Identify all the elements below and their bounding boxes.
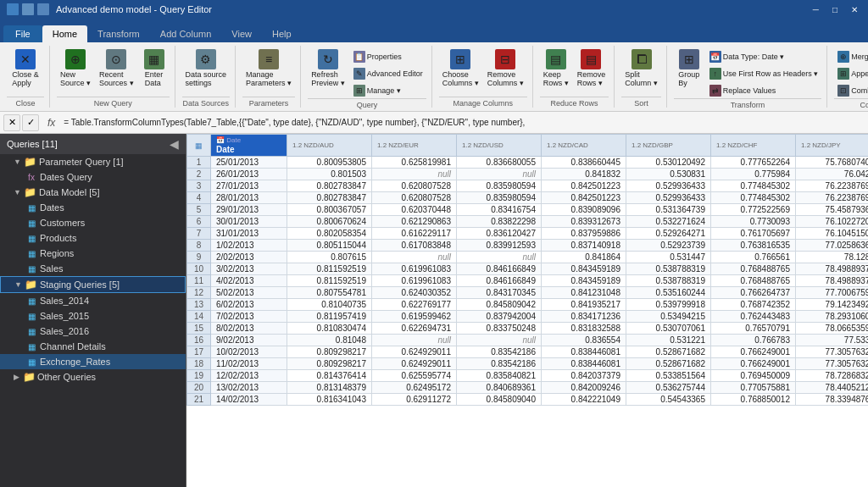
remove-columns-button[interactable]: ⊟ RemoveColumns ▾ xyxy=(484,47,527,89)
tab-transform[interactable]: Transform xyxy=(87,25,150,42)
tree-item-data-model[interactable]: ▼ 📁 Data Model [5] xyxy=(0,185,186,200)
other-queries-label: Other Queries xyxy=(37,372,96,382)
use-first-row-button[interactable]: ↑ Use First Row as Headers ▾ xyxy=(706,66,822,81)
keep-rows-button[interactable]: ▤ KeepRows ▾ xyxy=(540,47,572,89)
tree-item-regions[interactable]: ▦ Regions xyxy=(0,246,186,261)
manage-parameters-button[interactable]: ≡ ManageParameters ▾ xyxy=(242,47,295,89)
tree-item-parameter-query[interactable]: ▼ 📁 Parameter Query [1] xyxy=(0,154,186,169)
table-row[interactable]: 630/01/20130.8006706240.6212908630.83822… xyxy=(187,216,869,228)
tab-add-column[interactable]: Add Column xyxy=(150,25,222,42)
remove-rows-button[interactable]: ▤ RemoveRows ▾ xyxy=(574,47,609,89)
col-header-nzdjpy[interactable]: 1.2 NZD/JPY xyxy=(796,135,869,157)
table-row[interactable]: 731/01/20130.8020583540.6162291170.83612… xyxy=(187,228,869,240)
value-cell: 0.837942004 xyxy=(457,311,542,323)
collapse-panel-button[interactable]: ◀ xyxy=(170,137,179,151)
table-row[interactable]: 1811/02/20130.8092982170.6249290110.8354… xyxy=(187,358,869,370)
value-cell: 0.81048 xyxy=(287,335,372,346)
new-source-icon: ⊕ xyxy=(65,49,86,69)
split-column-button[interactable]: ⧠ SplitColumn ▾ xyxy=(621,47,661,89)
col-header-nzdchf[interactable]: 1.2 NZD/CHF xyxy=(711,135,796,157)
tab-help[interactable]: Help xyxy=(262,25,302,42)
tree-item-channel-details[interactable]: ▦ Channel Details xyxy=(0,339,186,354)
table-row[interactable]: 2013/02/20130.8131483790.624951720.84068… xyxy=(187,382,869,394)
tree-item-sales-2014[interactable]: ▦ Sales_2014 xyxy=(0,293,186,308)
tree-item-customers[interactable]: ▦ Customers xyxy=(0,215,186,230)
value-cell: 78.06653595 xyxy=(796,323,869,335)
minimize-button[interactable]: ─ xyxy=(810,5,822,14)
merge-queries-button[interactable]: ⊕ Merge Queries ▾ xyxy=(834,49,868,64)
formula-confirm-button[interactable]: ✓ xyxy=(22,114,39,131)
value-cell: 0.845809042 xyxy=(457,299,542,311)
close-apply-button[interactable]: ✕ Close &Apply xyxy=(7,47,44,89)
maximize-button[interactable]: □ xyxy=(829,5,841,14)
table-row[interactable]: 114/02/20130.8115925190.6199610830.84616… xyxy=(187,275,869,287)
enter-data-button[interactable]: ▦ EnterData xyxy=(139,47,170,89)
col-header-nzdcad[interactable]: 1.2 NZD/CAD xyxy=(542,135,626,157)
table-row[interactable]: 529/01/20130.8003670570.6203704480.83416… xyxy=(187,204,869,216)
table-row[interactable]: 1912/02/20130.8143764140.6255957740.8358… xyxy=(187,370,869,382)
replace-values-button[interactable]: ⇄ Replace Values xyxy=(706,83,822,98)
tree-item-dates[interactable]: ▦ Dates xyxy=(0,200,186,215)
advanced-editor-button[interactable]: ✎ Advanced Editor xyxy=(350,66,426,81)
use-first-row-label: Use First Row as Headers ▾ xyxy=(723,69,819,78)
manage-button[interactable]: ⊞ Manage ▾ xyxy=(350,83,426,98)
data-type-button[interactable]: 📅 Data Type: Date ▾ xyxy=(706,49,822,64)
group-by-button[interactable]: ⊞ GroupBy xyxy=(674,47,704,89)
tree-item-products[interactable]: ▦ Products xyxy=(0,230,186,246)
reduce-rows-buttons: ▤ KeepRows ▾ ▤ RemoveRows ▾ xyxy=(540,46,609,97)
col-header-nzdaud[interactable]: 1.2 NZD/AUD xyxy=(287,135,372,157)
table-row[interactable]: 226/01/20130.801503nullnull0.8418320.530… xyxy=(187,169,869,180)
table-row[interactable]: 327/01/20130.8027838470.6208075280.83598… xyxy=(187,180,869,192)
close-button[interactable]: ✕ xyxy=(848,5,861,14)
tree-item-sales[interactable]: ▦ Sales xyxy=(0,261,186,276)
refresh-preview-button[interactable]: ↻ RefreshPreview ▾ xyxy=(308,47,348,89)
tree-item-other-queries[interactable]: ▶ 📁 Other Queries xyxy=(0,369,186,385)
combine-button[interactable]: ⊡ Combine xyxy=(834,83,868,98)
tree-item-dates-query[interactable]: fx Dates Query xyxy=(0,169,186,185)
merge-queries-icon: ⊕ xyxy=(837,51,849,63)
table-row[interactable]: 169/02/20130.81048nullnull0.8365540.5312… xyxy=(187,335,869,346)
tab-file[interactable]: File xyxy=(3,25,42,42)
data-table-container[interactable]: ▦ 📅 Date Date 1.2 NZD/AUD xyxy=(186,134,868,487)
formula-cancel-button[interactable]: ✕ xyxy=(3,114,20,131)
col-header-nzdusd[interactable]: 1.2 NZD/USD xyxy=(457,135,542,157)
date-cell: 31/01/2013 xyxy=(211,228,287,240)
col-header-date[interactable]: 📅 Date Date xyxy=(211,135,287,157)
table-row[interactable]: 81/02/20130.8051150440.6170838480.839912… xyxy=(187,240,869,252)
title-bar-controls[interactable]: ─ □ ✕ xyxy=(810,5,861,14)
queries-label: Queries [11] xyxy=(7,139,58,149)
tab-view[interactable]: View xyxy=(221,25,262,42)
merge-queries-label: Merge Queries ▾ xyxy=(851,53,868,61)
data-source-settings-label: Data sourcesettings xyxy=(186,70,227,87)
table-row[interactable]: 103/02/20130.8115925190.6199610830.84616… xyxy=(187,263,869,275)
date-cell: 27/01/2013 xyxy=(211,180,287,192)
col-header-nzdeur[interactable]: 1.2 NZD/EUR xyxy=(372,135,457,157)
table-row[interactable]: 158/02/20130.8108304740.6226947310.83375… xyxy=(187,323,869,335)
tree-item-sales-2016[interactable]: ▦ Sales_2016 xyxy=(0,324,186,339)
value-cell: 0.536275744 xyxy=(626,382,711,394)
choose-columns-button[interactable]: ⊞ ChooseColumns ▾ xyxy=(439,47,482,89)
tab-home[interactable]: Home xyxy=(42,25,87,42)
append-queries-button[interactable]: ⊞ Append Queries ▾ xyxy=(834,66,868,81)
new-source-button[interactable]: ⊕ NewSource ▾ xyxy=(57,47,94,89)
table-row[interactable]: 92/02/20130.807615nullnull0.8418640.5314… xyxy=(187,252,869,263)
left-panel: Queries [11] ◀ ▼ 📁 Parameter Query [1] f… xyxy=(0,134,186,487)
table-row[interactable]: 147/02/20130.8119574190.6195994620.83794… xyxy=(187,311,869,323)
tree-item-staging-queries[interactable]: ▼ 📁 Staging Queries [5] xyxy=(0,276,186,293)
col-header-nzdgbp[interactable]: 1.2 NZD/GBP xyxy=(626,135,711,157)
row-number: 9 xyxy=(187,252,211,263)
value-cell: 0.816341043 xyxy=(287,394,372,406)
tree-item-sales-2015[interactable]: ▦ Sales_2015 xyxy=(0,308,186,324)
combine-label: Combine xyxy=(851,86,868,95)
table-row[interactable]: 125/01/20130.8009538050.6258199810.83668… xyxy=(187,157,869,169)
table-row[interactable]: 1710/02/20130.8092982170.6249290110.8354… xyxy=(187,346,869,358)
data-source-settings-button[interactable]: ⚙ Data sourcesettings xyxy=(182,47,231,89)
table-row[interactable]: 136/02/20130.810407350.6227691770.845809… xyxy=(187,299,869,311)
recent-sources-button[interactable]: ⊙ RecentSources ▾ xyxy=(96,47,137,89)
tree-item-exchcnge-rates[interactable]: ▦ Exchcnge_Rates xyxy=(0,354,186,369)
table-row[interactable]: 428/01/20130.8027838470.6208075280.83598… xyxy=(187,192,869,204)
properties-button[interactable]: 📋 Properties xyxy=(350,49,426,64)
formula-bar-content[interactable]: = Table.TransformColumnTypes(Table7_Tabl… xyxy=(64,118,865,127)
table-row[interactable]: 125/02/20130.8075547810.6240303520.84317… xyxy=(187,287,869,299)
table-row[interactable]: 2114/02/20130.8163410430.629112720.84580… xyxy=(187,394,869,406)
